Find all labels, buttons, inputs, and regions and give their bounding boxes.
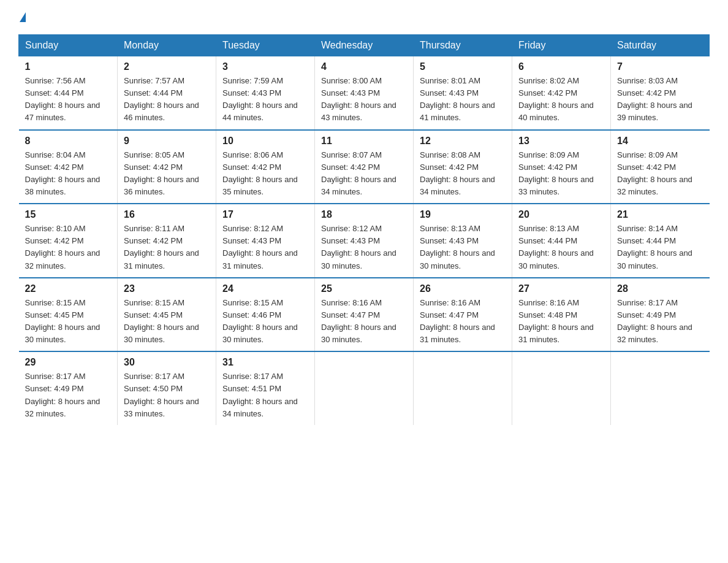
day-cell [611, 351, 710, 425]
calendar-table: SundayMondayTuesdayWednesdayThursdayFrid… [18, 34, 710, 425]
day-number: 18 [321, 209, 407, 220]
header-cell-thursday: Thursday [414, 35, 512, 56]
day-info: Sunrise: 8:10 AM Sunset: 4:42 PM Dayligh… [25, 224, 100, 270]
day-number: 31 [222, 357, 308, 368]
day-cell: 21 Sunrise: 8:14 AM Sunset: 4:44 PM Dayl… [611, 204, 710, 278]
day-number: 5 [420, 61, 506, 72]
day-cell: 5 Sunrise: 8:01 AM Sunset: 4:43 PM Dayli… [414, 56, 512, 130]
day-info: Sunrise: 8:13 AM Sunset: 4:44 PM Dayligh… [518, 224, 594, 270]
day-cell: 26 Sunrise: 8:16 AM Sunset: 4:47 PM Dayl… [414, 278, 512, 352]
day-cell: 12 Sunrise: 8:08 AM Sunset: 4:42 PM Dayl… [414, 130, 512, 204]
day-info: Sunrise: 7:56 AM Sunset: 4:44 PM Dayligh… [25, 76, 100, 122]
day-info: Sunrise: 8:09 AM Sunset: 4:42 PM Dayligh… [518, 150, 594, 196]
day-cell: 16 Sunrise: 8:11 AM Sunset: 4:42 PM Dayl… [118, 204, 216, 278]
day-info: Sunrise: 8:17 AM Sunset: 4:49 PM Dayligh… [617, 298, 692, 344]
day-info: Sunrise: 8:16 AM Sunset: 4:48 PM Dayligh… [518, 298, 594, 344]
day-info: Sunrise: 8:12 AM Sunset: 4:43 PM Dayligh… [321, 224, 396, 270]
day-cell: 1 Sunrise: 7:56 AM Sunset: 4:44 PM Dayli… [19, 56, 118, 130]
day-cell: 6 Sunrise: 8:02 AM Sunset: 4:42 PM Dayli… [512, 56, 611, 130]
day-cell: 24 Sunrise: 8:15 AM Sunset: 4:46 PM Dayl… [216, 278, 315, 352]
page-header [18, 12, 710, 22]
day-number: 13 [518, 136, 604, 147]
day-cell: 8 Sunrise: 8:04 AM Sunset: 4:42 PM Dayli… [19, 130, 118, 204]
week-row-4: 22 Sunrise: 8:15 AM Sunset: 4:45 PM Dayl… [19, 278, 710, 352]
day-number: 30 [124, 357, 210, 368]
day-info: Sunrise: 8:11 AM Sunset: 4:42 PM Dayligh… [124, 224, 199, 270]
day-number: 8 [25, 136, 112, 147]
day-number: 23 [124, 283, 210, 294]
day-number: 19 [420, 209, 506, 220]
day-info: Sunrise: 8:17 AM Sunset: 4:51 PM Dayligh… [222, 372, 298, 418]
day-info: Sunrise: 8:15 AM Sunset: 4:45 PM Dayligh… [124, 298, 199, 344]
day-info: Sunrise: 8:03 AM Sunset: 4:42 PM Dayligh… [617, 76, 692, 122]
day-info: Sunrise: 8:04 AM Sunset: 4:42 PM Dayligh… [25, 150, 100, 196]
day-number: 14 [617, 136, 703, 147]
day-cell [315, 351, 414, 425]
day-cell: 29 Sunrise: 8:17 AM Sunset: 4:49 PM Dayl… [19, 351, 118, 425]
day-info: Sunrise: 8:14 AM Sunset: 4:44 PM Dayligh… [617, 224, 692, 270]
header-cell-wednesday: Wednesday [315, 35, 414, 56]
day-number: 28 [617, 283, 703, 294]
week-row-1: 1 Sunrise: 7:56 AM Sunset: 4:44 PM Dayli… [19, 56, 710, 130]
logo-triangle-icon [20, 12, 26, 22]
day-number: 15 [25, 209, 112, 220]
day-info: Sunrise: 8:01 AM Sunset: 4:43 PM Dayligh… [420, 76, 495, 122]
day-cell: 23 Sunrise: 8:15 AM Sunset: 4:45 PM Dayl… [118, 278, 216, 352]
day-cell: 27 Sunrise: 8:16 AM Sunset: 4:48 PM Dayl… [512, 278, 611, 352]
day-cell: 15 Sunrise: 8:10 AM Sunset: 4:42 PM Dayl… [19, 204, 118, 278]
day-number: 22 [25, 283, 112, 294]
day-number: 1 [25, 61, 112, 72]
header-row: SundayMondayTuesdayWednesdayThursdayFrid… [19, 35, 710, 56]
header-cell-sunday: Sunday [19, 35, 118, 56]
day-info: Sunrise: 8:02 AM Sunset: 4:42 PM Dayligh… [518, 76, 594, 122]
day-cell [414, 351, 512, 425]
day-number: 20 [518, 209, 604, 220]
day-cell: 30 Sunrise: 8:17 AM Sunset: 4:50 PM Dayl… [118, 351, 216, 425]
day-number: 25 [321, 283, 407, 294]
week-row-3: 15 Sunrise: 8:10 AM Sunset: 4:42 PM Dayl… [19, 204, 710, 278]
day-info: Sunrise: 8:16 AM Sunset: 4:47 PM Dayligh… [321, 298, 396, 344]
day-number: 7 [617, 61, 703, 72]
day-info: Sunrise: 8:08 AM Sunset: 4:42 PM Dayligh… [420, 150, 495, 196]
day-cell: 28 Sunrise: 8:17 AM Sunset: 4:49 PM Dayl… [611, 278, 710, 352]
day-cell: 11 Sunrise: 8:07 AM Sunset: 4:42 PM Dayl… [315, 130, 414, 204]
day-info: Sunrise: 8:17 AM Sunset: 4:49 PM Dayligh… [25, 372, 100, 418]
day-number: 29 [25, 357, 112, 368]
day-number: 17 [222, 209, 308, 220]
day-number: 27 [518, 283, 604, 294]
day-cell: 31 Sunrise: 8:17 AM Sunset: 4:51 PM Dayl… [216, 351, 315, 425]
day-cell: 2 Sunrise: 7:57 AM Sunset: 4:44 PM Dayli… [118, 56, 216, 130]
logo [18, 12, 26, 22]
day-cell: 25 Sunrise: 8:16 AM Sunset: 4:47 PM Dayl… [315, 278, 414, 352]
day-cell: 9 Sunrise: 8:05 AM Sunset: 4:42 PM Dayli… [118, 130, 216, 204]
day-number: 26 [420, 283, 506, 294]
day-info: Sunrise: 8:17 AM Sunset: 4:50 PM Dayligh… [124, 372, 199, 418]
day-cell: 3 Sunrise: 7:59 AM Sunset: 4:43 PM Dayli… [216, 56, 315, 130]
day-cell: 17 Sunrise: 8:12 AM Sunset: 4:43 PM Dayl… [216, 204, 315, 278]
day-number: 21 [617, 209, 703, 220]
day-cell: 14 Sunrise: 8:09 AM Sunset: 4:42 PM Dayl… [611, 130, 710, 204]
day-cell [512, 351, 611, 425]
day-number: 6 [518, 61, 604, 72]
day-number: 4 [321, 61, 407, 72]
day-info: Sunrise: 8:15 AM Sunset: 4:45 PM Dayligh… [25, 298, 100, 344]
day-cell: 4 Sunrise: 8:00 AM Sunset: 4:43 PM Dayli… [315, 56, 414, 130]
day-cell: 13 Sunrise: 8:09 AM Sunset: 4:42 PM Dayl… [512, 130, 611, 204]
header-cell-saturday: Saturday [611, 35, 710, 56]
header-cell-monday: Monday [118, 35, 216, 56]
day-info: Sunrise: 8:16 AM Sunset: 4:47 PM Dayligh… [420, 298, 495, 344]
day-number: 16 [124, 209, 210, 220]
day-info: Sunrise: 7:59 AM Sunset: 4:43 PM Dayligh… [222, 76, 298, 122]
day-info: Sunrise: 7:57 AM Sunset: 4:44 PM Dayligh… [124, 76, 199, 122]
day-info: Sunrise: 8:15 AM Sunset: 4:46 PM Dayligh… [222, 298, 298, 344]
day-cell: 7 Sunrise: 8:03 AM Sunset: 4:42 PM Dayli… [611, 56, 710, 130]
day-number: 10 [222, 136, 308, 147]
day-info: Sunrise: 8:06 AM Sunset: 4:42 PM Dayligh… [222, 150, 298, 196]
header-cell-tuesday: Tuesday [216, 35, 315, 56]
day-number: 24 [222, 283, 308, 294]
day-info: Sunrise: 8:07 AM Sunset: 4:42 PM Dayligh… [321, 150, 396, 196]
header-cell-friday: Friday [512, 35, 611, 56]
day-number: 11 [321, 136, 407, 147]
week-row-5: 29 Sunrise: 8:17 AM Sunset: 4:49 PM Dayl… [19, 351, 710, 425]
day-number: 3 [222, 61, 308, 72]
